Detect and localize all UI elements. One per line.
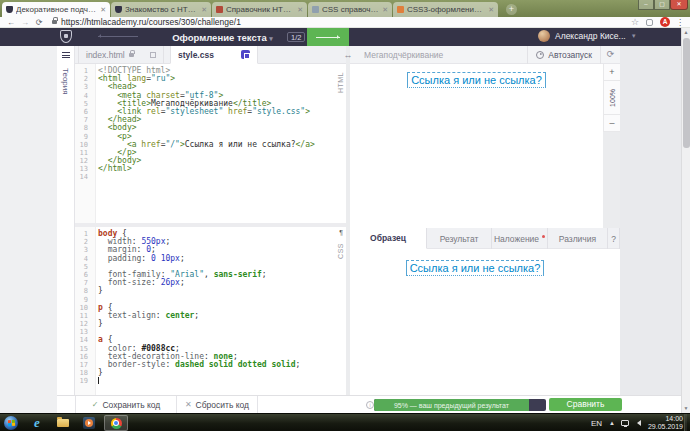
tray-expand-icon[interactable]: ▲	[609, 420, 615, 426]
page-left-margin	[0, 46, 57, 413]
code-text: font-size: 26px;	[92, 279, 185, 287]
browser-tab-1[interactable]: Декоративное подчёркивани ✕	[2, 2, 110, 17]
code-line[interactable]: 13	[75, 328, 346, 336]
file-tab-index-html[interactable]: index.html	[78, 46, 164, 64]
line-number: 3	[75, 246, 92, 254]
code-text: text-align: center;	[92, 312, 199, 320]
htmlacademy-logo-icon[interactable]	[60, 30, 72, 43]
window-close-button[interactable]: ✕	[670, 0, 688, 10]
preview-link[interactable]: Ссылка я или не ссылка?	[407, 72, 546, 88]
tab-close-icon[interactable]: ✕	[100, 6, 106, 14]
user-name: Александр Кисе...	[555, 31, 626, 41]
address-bar[interactable]: https://htmlacademy.ru/courses/309/chall…	[61, 17, 241, 27]
extension-icon[interactable]	[646, 19, 653, 26]
info-icon[interactable]: i	[366, 401, 374, 409]
editor-file-tabs: index.html style.css	[75, 46, 346, 64]
back-icon[interactable]: ←	[4, 18, 18, 27]
course-title[interactable]: Оформление текста ▾	[150, 32, 295, 43]
media-player-icon[interactable]	[78, 416, 100, 430]
autorun-toggle[interactable]: Автозапуск	[527, 46, 600, 64]
theory-tab[interactable]: Теория	[61, 68, 70, 95]
result-preview: Ссылка я или не ссылка?	[350, 64, 603, 228]
browser-tab-4[interactable]: CSS справочник - свойства по ✕	[308, 2, 392, 17]
code-text: }	[92, 369, 103, 377]
code-line[interactable]: 19	[75, 377, 346, 385]
scroll-down-icon[interactable]: ▼	[682, 404, 690, 413]
file-explorer-icon[interactable]	[52, 416, 74, 430]
line-number: 18	[75, 369, 92, 377]
format-code-icon[interactable]	[241, 50, 250, 59]
tab-close-icon[interactable]: ✕	[297, 6, 303, 14]
window-maximize-button[interactable]: ▢	[654, 0, 670, 10]
tab-close-icon[interactable]: ✕	[488, 6, 494, 14]
profile-avatar[interactable]: A	[660, 17, 670, 27]
bookmark-star-icon[interactable]: ☆	[631, 17, 639, 27]
code-line[interactable]: 14	[75, 173, 346, 181]
user-menu[interactable]: Александр Кисе... ▼	[538, 30, 637, 42]
tab-diff[interactable]: Различия	[548, 228, 608, 249]
tab-close-icon[interactable]: ✕	[201, 6, 207, 14]
code-line[interactable]: 11 text-align: center;	[75, 312, 346, 320]
code-line[interactable]: 18}	[75, 369, 346, 377]
page-scrollbar[interactable]: ▲ ▼	[681, 28, 690, 413]
browser-tab-2[interactable]: Знакомство с HTML и CSS - Ку ✕	[111, 2, 211, 17]
tab-title: Знакомство с HTML и CSS - Ку	[125, 5, 198, 14]
volume-icon[interactable]	[634, 420, 641, 426]
css-editor[interactable]: 1body {2 width: 550px;3 margin: 0;4 padd…	[75, 227, 346, 395]
code-line[interactable]: 8}	[75, 287, 346, 295]
reset-code-button[interactable]: ✕ Сбросить код	[177, 396, 258, 413]
theory-rail: Теория	[57, 46, 75, 395]
chrome-taskbar-button[interactable]	[104, 415, 128, 431]
browser-toolbar: ← → ⟳ https://htmlacademy.ru/courses/309…	[0, 17, 690, 28]
line-number: 5	[75, 100, 92, 108]
window-controls: – ▢ ✕	[638, 0, 688, 10]
reference-favicon	[216, 6, 223, 13]
tab-help[interactable]: ?	[608, 228, 620, 249]
start-button[interactable]	[4, 416, 18, 430]
scrollbar-thumb[interactable]	[683, 38, 690, 148]
language-indicator[interactable]: EN	[591, 419, 602, 428]
file-tab-label: style.css	[178, 50, 214, 60]
lock-icon	[52, 20, 57, 24]
window-minimize-button[interactable]: –	[638, 0, 654, 10]
tab-overlay[interactable]: Наложение	[492, 228, 548, 249]
tab-sample[interactable]: Образец	[350, 228, 427, 249]
internet-explorer-icon[interactable]: e	[26, 416, 48, 430]
menu-icon[interactable]	[62, 52, 70, 58]
zoom-in-button[interactable]: +	[604, 64, 620, 81]
line-number: 10	[75, 304, 92, 312]
code-line[interactable]: 17 border-style: dashed solid dotted sol…	[75, 361, 346, 369]
network-icon[interactable]	[621, 420, 629, 426]
system-tray: EN ▲ 14:00 29.05.2019	[591, 414, 687, 431]
panel-resize-icon[interactable]: ↔	[341, 49, 355, 61]
notification-dot	[542, 235, 545, 238]
checkbox-icon[interactable]	[150, 52, 156, 58]
browser-tab-3[interactable]: Справочник HTML5 от Трепач ✕	[212, 2, 307, 17]
new-tab-button[interactable]: +	[506, 4, 517, 15]
code-line[interactable]: 12}	[75, 320, 346, 328]
screen: Декоративное подчёркивани ✕ Знакомство с…	[0, 0, 690, 431]
show-desktop-button[interactable]	[684, 414, 687, 431]
forward-icon[interactable]: →	[18, 18, 32, 27]
file-tab-style-css[interactable]: style.css	[170, 46, 258, 64]
tab-result[interactable]: Результат	[427, 228, 492, 249]
scroll-up-icon[interactable]: ▲	[682, 28, 690, 37]
code-line[interactable]: 7 font-size: 26px;	[75, 279, 346, 287]
browser-tab-5[interactable]: CSS3-оформление текста ✕	[393, 2, 498, 17]
next-task-button[interactable]	[307, 28, 349, 46]
code-line[interactable]: 4 padding: 0 10px;	[75, 255, 346, 263]
save-code-button[interactable]: ✓ Сохранить код	[75, 396, 177, 413]
html-editor[interactable]: 1<!DOCTYPE html>2<html lang="ru">3 <head…	[75, 64, 346, 223]
refresh-preview-button[interactable]: ⟳	[600, 46, 620, 64]
clock[interactable]: 14:00 29.05.2019	[648, 415, 683, 431]
code-line[interactable]: 9	[75, 296, 346, 304]
htmlbook-favicon	[397, 6, 404, 13]
code-line[interactable]: 13</html>	[75, 165, 346, 173]
browser-menu-icon[interactable]: ⋮	[676, 18, 684, 27]
compare-button[interactable]: Сравнить	[549, 398, 622, 411]
pilcrow-icon[interactable]: ¶	[339, 229, 343, 236]
zoom-out-button[interactable]: –	[604, 115, 620, 132]
prev-task-arrow-icon[interactable]	[98, 36, 138, 37]
reload-icon[interactable]: ⟳	[32, 18, 46, 27]
tab-close-icon[interactable]: ✕	[382, 6, 388, 14]
